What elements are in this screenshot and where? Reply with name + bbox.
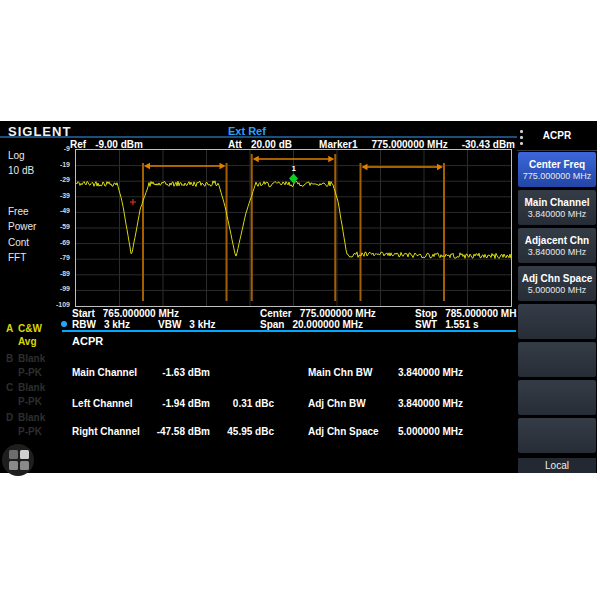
fft-label: FFT	[8, 252, 26, 263]
softkey-value: 3.840000 MHz	[528, 247, 587, 257]
start-label: Start	[72, 308, 95, 319]
acpr-left-ratio: 0.31 dBc	[212, 398, 274, 409]
local-button[interactable]: Local	[518, 458, 596, 473]
spectrum-plot: 1	[75, 149, 512, 307]
trace-b-row: BBlank	[6, 353, 45, 364]
span-value: 20.000000 MHz	[292, 319, 363, 330]
rbw-label: RBW	[72, 319, 96, 330]
acpr-right-label: Right Channel	[72, 426, 140, 437]
softkey-value: 775.000000 MHz	[523, 171, 592, 181]
power-label: Power	[8, 221, 36, 232]
softkey-main-channel[interactable]: Main Channel 3.840000 MHz	[518, 190, 596, 225]
rbw-value: 3 kHz	[104, 319, 130, 330]
y-axis-label: -89	[46, 270, 70, 277]
acpr-main-label: Main Channel	[72, 367, 137, 378]
trace-b-detector: Blank	[18, 353, 45, 364]
trace-d-row: DBlank	[6, 412, 45, 423]
y-axis-label: -109	[46, 301, 70, 308]
spectrum-trace-svg: 1	[76, 150, 511, 306]
grid-square-icon	[9, 461, 18, 470]
center-freq-readout: Center 775.000000 MHz	[260, 308, 376, 319]
menu-header: ACPR	[517, 121, 597, 151]
vbw-readout: VBW 3 kHz	[158, 319, 215, 330]
menu-title: ACPR	[517, 130, 597, 141]
softkey-empty-1[interactable]	[518, 304, 596, 339]
trace-c-detector: Blank	[18, 382, 45, 393]
swt-value: 1.551 s	[445, 319, 478, 330]
marker1-label: 1	[292, 164, 297, 173]
acpr-section-title: ACPR	[72, 335, 103, 347]
grid-square-icon	[20, 450, 29, 459]
span-label: Span	[260, 319, 284, 330]
header-divider	[0, 136, 517, 138]
softkey-value: 5.000000 MHz	[528, 285, 587, 295]
softkey-adj-chn-space[interactable]: Adj Chn Space 5.000000 MHz	[518, 266, 596, 301]
acpr-right-power: -47.58 dBm	[148, 426, 210, 437]
scale-div-label: 10 dB	[8, 165, 34, 176]
swt-label: SWT	[415, 319, 437, 330]
trace-a-row: AC&W	[6, 323, 42, 334]
trace-a-mode: Avg	[18, 336, 37, 347]
spectrum-analyzer-screen: SIGLENT Ext Ref Ref -9.00 dBm Att 20.00 …	[0, 121, 597, 473]
trace-d-detector: Blank	[18, 412, 45, 423]
stop-label: Stop	[415, 308, 437, 319]
vbw-value: 3 kHz	[189, 319, 215, 330]
page: SIGLENT Ext Ref Ref -9.00 dBm Att 20.00 …	[0, 0, 600, 600]
softkey-empty-2[interactable]	[518, 342, 596, 377]
acpr-mainbw-label: Main Chn BW	[308, 367, 372, 378]
center-label: Center	[260, 308, 292, 319]
trace-b-letter: B	[6, 353, 18, 364]
results-divider	[62, 330, 516, 332]
y-axis-label: -69	[46, 239, 70, 246]
swt-readout: SWT 1.551 s	[415, 319, 479, 330]
acpr-left-label: Left Channel	[72, 398, 133, 409]
span-readout: Span 20.000000 MHz	[260, 319, 363, 330]
softkey-empty-4[interactable]	[518, 418, 596, 453]
acpr-adjbw-value: 3.840000 MHz	[398, 398, 463, 409]
y-axis-label: -9	[46, 145, 70, 152]
softkey-label: Center Freq	[529, 159, 585, 170]
start-freq-readout: Start 765.000000 MHz	[72, 308, 179, 319]
acpr-adjbw-label: Adj Chn BW	[308, 398, 366, 409]
y-axis-labels: -9-19-29-39-49-59-69-79-89-99-109	[46, 149, 72, 305]
acpr-row-main: Main Channel -1.63 dBm Main Chn BW 3.840…	[0, 367, 517, 379]
y-axis-label: -79	[46, 254, 70, 261]
acpr-space-label: Adj Chn Space	[308, 426, 379, 437]
softkey-adjacent-chn[interactable]: Adjacent Chn 3.840000 MHz	[518, 228, 596, 263]
stop-value: 785.000000 MHz	[445, 308, 521, 319]
scale-type-label: Log	[8, 150, 25, 161]
trace-c-row: CBlank	[6, 382, 45, 393]
grid-square-icon	[9, 450, 18, 459]
trace-a-letter: A	[6, 323, 18, 334]
acpr-right-ratio: 45.95 dBc	[212, 426, 274, 437]
stop-freq-readout: Stop 785.000000 MHz	[415, 308, 521, 319]
y-axis-label: -29	[46, 176, 70, 183]
acpr-row-left: Left Channel -1.94 dBm 0.31 dBc Adj Chn …	[0, 398, 517, 410]
acpr-space-value: 5.000000 MHz	[398, 426, 463, 437]
center-value: 775.000000 MHz	[300, 308, 376, 319]
softkey-buttons: Center Freq 775.000000 MHz Main Channel …	[518, 152, 596, 453]
y-axis-label: -99	[46, 285, 70, 292]
y-axis-label: -59	[46, 223, 70, 230]
y-axis-label: -49	[46, 207, 70, 214]
y-axis-label: -19	[46, 161, 70, 168]
trace-a-detector: C&W	[18, 323, 42, 334]
rbw-readout: RBW 3 kHz	[72, 319, 130, 330]
softkey-menu: ACPR Center Freq 775.000000 MHz Main Cha…	[517, 121, 597, 473]
softkey-center-freq[interactable]: Center Freq 775.000000 MHz	[518, 152, 596, 187]
softkey-label: Adjacent Chn	[525, 235, 589, 246]
vbw-label: VBW	[158, 319, 181, 330]
trigger-label: Free	[8, 206, 29, 217]
trace-d-letter: D	[6, 412, 18, 423]
acpr-mainbw-value: 3.840000 MHz	[398, 367, 463, 378]
screen-layout-button[interactable]	[2, 444, 34, 476]
softkey-empty-3[interactable]	[518, 380, 596, 415]
acpr-main-power: -1.63 dBm	[148, 367, 210, 378]
trace-c-letter: C	[6, 382, 18, 393]
softkey-label: Adj Chn Space	[522, 273, 593, 284]
rbw-bullet-icon	[61, 321, 67, 327]
start-value: 765.000000 MHz	[103, 308, 179, 319]
acpr-row-right: Right Channel -47.58 dBm 45.95 dBc Adj C…	[0, 426, 517, 438]
acpr-left-power: -1.94 dBm	[148, 398, 210, 409]
sweep-mode-label: Cont	[8, 237, 29, 248]
